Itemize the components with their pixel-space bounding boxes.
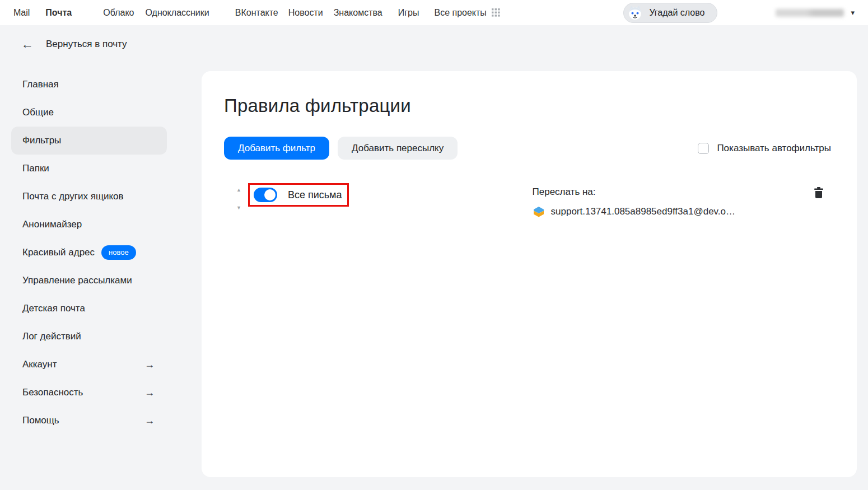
nav-vkontakte[interactable]: ВКонтакте bbox=[235, 8, 278, 18]
add-filter-button[interactable]: Добавить фильтр bbox=[224, 137, 329, 160]
sidebar-item-other-mailboxes[interactable]: Почта с других ящиков bbox=[11, 183, 167, 211]
grid-icon bbox=[492, 8, 500, 17]
sidebar-item-filtry[interactable]: Фильтры bbox=[11, 127, 167, 155]
forward-label: Переслать на: bbox=[533, 186, 736, 198]
sidebar-item-glavnaya[interactable]: Главная bbox=[11, 71, 167, 99]
sidebar-item-mailing-management[interactable]: Управление рассылками bbox=[11, 267, 167, 295]
forward-address-text: support.13741.085a8985ed9ff3a1@dev.o… bbox=[551, 206, 736, 217]
mail-service-logo-icon bbox=[533, 206, 545, 218]
nav-igry[interactable]: Игры bbox=[398, 8, 419, 18]
sidebar-item-papki[interactable]: Папки bbox=[11, 155, 167, 183]
account-email-redacted bbox=[776, 9, 844, 17]
filter-rule-row: ▲ ▼ Все письма Переслать на: support.137… bbox=[224, 183, 834, 218]
mail-logo[interactable]: Mail bbox=[13, 8, 30, 18]
sidebar-item-account[interactable]: Аккаунт → bbox=[11, 351, 167, 379]
forward-address-row: support.13741.085a8985ed9ff3a1@dev.o… bbox=[533, 206, 736, 218]
trash-icon bbox=[813, 192, 824, 200]
filters-settings-card: Правила фильтрации Добавить фильтр Добав… bbox=[202, 71, 857, 477]
back-to-mail-link[interactable]: ← Вернуться в почту bbox=[21, 38, 127, 50]
account-label: Аккаунт bbox=[22, 359, 57, 370]
topbar-right: Угадай слово ▾ bbox=[623, 3, 855, 23]
all-projects-label: Все проекты bbox=[434, 8, 486, 18]
nav-all-projects[interactable]: Все проекты bbox=[434, 8, 500, 18]
nav-oblako[interactable]: Облако bbox=[103, 8, 134, 18]
guess-word-label: Угадай слово bbox=[649, 8, 704, 18]
back-arrow-icon: ← bbox=[21, 38, 34, 50]
sidebar-item-help[interactable]: Помощь → bbox=[11, 407, 167, 435]
sidebar-item-obschie[interactable]: Общие bbox=[11, 99, 167, 127]
arrow-right-icon: → bbox=[144, 359, 155, 371]
sidebar-item-anonymizer[interactable]: Анонимайзер bbox=[11, 211, 167, 239]
beautiful-address-label: Красивый адрес bbox=[22, 247, 95, 258]
delete-filter-button[interactable] bbox=[813, 186, 824, 199]
show-autofilters-control[interactable]: Показывать автофильтры bbox=[698, 143, 831, 154]
sidebar-item-kids-mail[interactable]: Детская почта bbox=[11, 295, 167, 323]
page-title: Правила фильтрации bbox=[224, 95, 834, 116]
husky-mascot-icon bbox=[627, 4, 643, 21]
sidebar-item-action-log[interactable]: Лог действий bbox=[11, 323, 167, 351]
move-down-button[interactable]: ▼ bbox=[236, 206, 241, 211]
show-autofilters-label: Показывать автофильтры bbox=[717, 143, 831, 154]
sidebar-item-security[interactable]: Безопасность → bbox=[11, 379, 167, 407]
new-badge: новое bbox=[101, 245, 136, 260]
nav-znakomstva[interactable]: Знакомства bbox=[334, 8, 382, 18]
arrow-right-icon: → bbox=[144, 387, 155, 399]
back-label: Вернуться в почту bbox=[46, 39, 127, 50]
guess-word-game-button[interactable]: Угадай слово bbox=[623, 3, 717, 23]
help-label: Помощь bbox=[22, 415, 59, 426]
security-label: Безопасность bbox=[22, 387, 83, 398]
arrow-right-icon: → bbox=[144, 415, 155, 427]
forward-info: Переслать на: support.13741.085a8985ed9f… bbox=[533, 186, 736, 218]
settings-sidebar: Главная Общие Фильтры Папки Почта с друг… bbox=[11, 71, 167, 435]
caret-down-icon: ▾ bbox=[851, 9, 855, 16]
move-up-button[interactable]: ▲ bbox=[236, 188, 241, 193]
nav-odnoklassniki[interactable]: Одноклассники bbox=[145, 8, 209, 18]
account-menu[interactable]: ▾ bbox=[776, 9, 855, 17]
sidebar-item-beautiful-address[interactable]: Красивый адрес новое bbox=[11, 239, 167, 267]
nav-pochta[interactable]: Почта bbox=[45, 8, 72, 18]
highlight-annotation-box: Все письма bbox=[248, 183, 349, 207]
show-autofilters-checkbox[interactable] bbox=[698, 143, 709, 154]
add-forwarding-button[interactable]: Добавить пересылку bbox=[338, 137, 458, 160]
filter-name-link[interactable]: Все письма bbox=[288, 189, 342, 201]
topbar: Mail Почта Облако Одноклассники ВКонтакт… bbox=[0, 0, 868, 25]
filter-enabled-toggle[interactable] bbox=[254, 188, 277, 202]
filter-reorder-controls: ▲ ▼ bbox=[236, 188, 241, 211]
nav-novosti[interactable]: Новости bbox=[288, 8, 323, 18]
filters-toolbar: Добавить фильтр Добавить пересылку Показ… bbox=[224, 137, 834, 160]
